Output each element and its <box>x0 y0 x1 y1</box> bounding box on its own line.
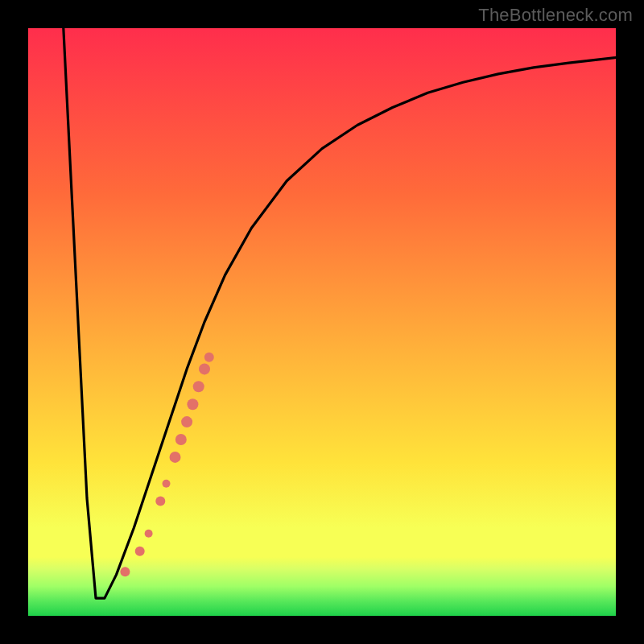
curve-marker <box>204 353 214 362</box>
curve-marker <box>175 434 187 445</box>
chart-svg <box>0 0 644 644</box>
watermark-text: TheBottleneck.com <box>478 5 633 26</box>
curve-marker <box>155 497 165 506</box>
chart-plot-area <box>28 28 616 616</box>
curve-marker <box>120 567 130 576</box>
curve-marker <box>187 398 198 410</box>
curve-marker <box>135 547 145 556</box>
curve-marker <box>181 416 192 427</box>
chart-container: TheBottleneck.com <box>0 0 644 644</box>
curve-marker <box>193 381 204 392</box>
curve-marker <box>145 530 153 538</box>
curve-marker <box>199 363 210 374</box>
curve-marker <box>170 452 181 463</box>
curve-marker <box>163 480 171 488</box>
